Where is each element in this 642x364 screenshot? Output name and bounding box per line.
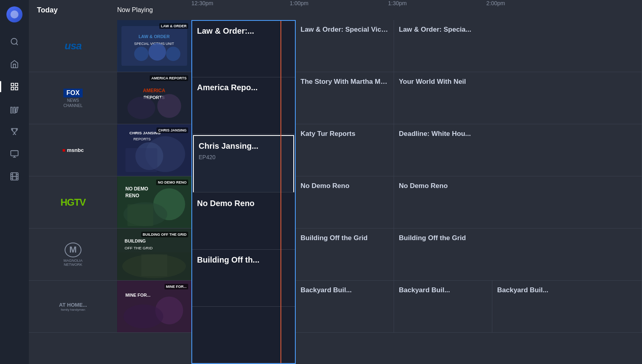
library-icon: [10, 105, 19, 113]
overlay-msnbc-program[interactable]: Chris Jansing... EP420: [193, 135, 294, 192]
timeline-grid: Law & Order:... America Repo... Chris Ja…: [191, 20, 642, 364]
thumbnail-usa[interactable]: LAW & ORDER SPECIAL VICTIMS UNIT LAW & O…: [117, 20, 191, 72]
sidebar-item-home[interactable]: [5, 55, 24, 74]
thumbnail-magnolia[interactable]: BUILDING OFF THE GRID BUILDING OFF THE G…: [117, 229, 191, 281]
msnbc-program-title: Chris Jansing...: [199, 142, 288, 151]
sidebar-item-sports[interactable]: [5, 122, 24, 141]
svg-point-26: [148, 43, 166, 61]
magnolia-thumb-label: BUILDING OFF THE GRID: [141, 232, 189, 237]
msnbc-p2-title: Deadline: White Hou...: [399, 130, 471, 138]
svg-rect-10: [11, 151, 18, 156]
svg-text:AMERICA: AMERICA: [143, 88, 165, 93]
svg-text:REPORTS: REPORTS: [133, 137, 150, 141]
msnbc-logo: ■ msnbc: [62, 147, 83, 153]
fox-p2-title: Your World With Neil: [399, 78, 466, 86]
overlay-hgtv-program[interactable]: No Demo Reno: [192, 193, 295, 250]
sidebar: [0, 0, 29, 364]
logo-inner: [10, 10, 18, 18]
svg-text:RENO: RENO: [126, 193, 139, 198]
svg-text:CHRIS JANSING: CHRIS JANSING: [129, 131, 160, 135]
hgtv-program-2[interactable]: No Demo Reno: [394, 176, 642, 228]
msnbc-program-episode: EP420: [199, 154, 288, 160]
overlay-fox-program[interactable]: America Repo...: [192, 77, 295, 134]
svg-text:BUILDING: BUILDING: [125, 239, 146, 243]
svg-marker-8: [15, 107, 18, 112]
svg-rect-2: [11, 83, 14, 86]
svg-text:MINE FOR...: MINE FOR...: [126, 293, 150, 297]
svg-text:OFF THE GRID: OFF THE GRID: [125, 246, 153, 250]
content-area: usa FOX NEWS CHANNEL ■ msnbc HGTV: [29, 20, 642, 364]
channel-row-athome[interactable]: AT HOME... family handyman: [29, 281, 117, 333]
thumbnail-hgtv[interactable]: NO DEMO RENO NO DEMO RENO: [117, 176, 191, 229]
svg-rect-40: [126, 148, 157, 172]
svg-text:NO DEMO: NO DEMO: [126, 186, 148, 192]
msnbc-program-2[interactable]: Deadline: White Hou...: [394, 124, 642, 176]
now-playing-column: LAW & ORDER SPECIAL VICTIMS UNIT LAW & O…: [117, 20, 191, 364]
thumbnail-foxnews[interactable]: AMERICA REPORTS AMERICA REPORTS: [117, 72, 191, 124]
hgtv-p2-title: No Demo Reno: [399, 182, 448, 190]
magnolia-program-2[interactable]: Building Off the Grid: [394, 229, 642, 280]
fox-program-2[interactable]: Your World With Neil: [394, 72, 642, 124]
time-label-100: 1:00pm: [290, 0, 309, 6]
athome-program-1[interactable]: Backyard Buil...: [296, 281, 394, 332]
now-playing-overlay: Law & Order:... America Repo... Chris Ja…: [191, 20, 296, 364]
hgtv-program-1[interactable]: No Demo Reno: [296, 176, 394, 228]
channel-row-foxnews[interactable]: FOX NEWS CHANNEL: [29, 72, 117, 124]
svg-point-32: [157, 94, 181, 118]
overlay-athome-program[interactable]: [192, 307, 295, 363]
timeline-header: Today Now Playing 12:30pm 1:00pm 1:30pm …: [29, 0, 642, 20]
thumbnail-athome[interactable]: MINE FOR... MINE FOR...: [117, 281, 191, 333]
usa-program-2[interactable]: Law & Order: Specia...: [394, 20, 642, 72]
channel-row-msnbc[interactable]: ■ msnbc: [29, 124, 117, 176]
athome-program-3[interactable]: Backyard Buil...: [492, 281, 642, 332]
app-logo[interactable]: [6, 6, 22, 22]
svg-point-0: [11, 38, 17, 44]
thumbnail-msnbc[interactable]: CHRIS JANSING REPORTS CHRIS JANSING: [117, 124, 191, 176]
magnolia-logo: M MAGNOLIANETWORK: [63, 243, 83, 267]
sidebar-item-movies[interactable]: [5, 167, 24, 186]
fox-program-1[interactable]: The Story With Martha MacCallum: [296, 72, 394, 124]
usa-program-1[interactable]: Law & Order: Special Victims Unit: [296, 20, 394, 72]
athome-p2-title: Backyard Buil...: [399, 286, 450, 294]
hgtv-program-title: No Demo Reno: [197, 199, 290, 208]
overlay-usa-program[interactable]: Law & Order:...: [192, 21, 295, 77]
fox-thumb-label: AMERICA REPORTS: [150, 75, 188, 81]
usa-p1-title: Law & Order: Special Victims Unit: [301, 26, 389, 34]
athome-program-2[interactable]: Backyard Buil...: [394, 281, 492, 332]
film-icon: [10, 172, 19, 181]
sidebar-item-guide[interactable]: [5, 77, 24, 96]
main-content: Today Now Playing 12:30pm 1:00pm 1:30pm …: [29, 0, 642, 364]
sidebar-item-library[interactable]: [5, 99, 24, 119]
channels-column: usa FOX NEWS CHANNEL ■ msnbc HGTV: [29, 20, 117, 364]
magnolia-p1-title: Building Off the Grid: [301, 234, 368, 242]
play-icon: [10, 150, 19, 158]
svg-point-33: [128, 97, 155, 119]
usa-logo: usa: [65, 40, 81, 52]
svg-rect-5: [15, 87, 18, 90]
time-slots: 12:30pm 1:00pm 1:30pm 2:00pm: [191, 0, 642, 20]
sidebar-item-ondemand[interactable]: [5, 144, 24, 164]
channel-row-usa[interactable]: usa: [29, 20, 117, 72]
hgtv-p1-title: No Demo Reno: [301, 182, 349, 190]
msnbc-program-1[interactable]: Katy Tur Reports: [296, 124, 394, 176]
hgtv-logo: HGTV: [61, 197, 86, 208]
channel-row-hgtv[interactable]: HGTV: [29, 176, 117, 229]
magnolia-program-title: Building Off th...: [197, 255, 290, 265]
sidebar-item-search[interactable]: [5, 32, 24, 51]
time-label-200: 2:00pm: [486, 0, 505, 6]
fox-p1-title: The Story With Martha MacCallum: [301, 78, 389, 86]
overlay-magnolia-program[interactable]: Building Off th...: [192, 250, 295, 306]
time-label-1230: 12:30pm: [191, 0, 213, 6]
svg-rect-3: [15, 83, 18, 86]
svg-point-25: [134, 47, 148, 61]
channel-row-magnolia[interactable]: M MAGNOLIANETWORK: [29, 229, 117, 281]
time-indicator-overlay: [280, 21, 281, 363]
foxnews-logo: FOX NEWS CHANNEL: [63, 89, 83, 108]
svg-rect-54: [141, 255, 167, 277]
now-playing-label: Now Playing: [117, 6, 191, 14]
magnolia-program-1[interactable]: Building Off the Grid: [296, 229, 394, 280]
svg-rect-47: [128, 204, 154, 226]
home-icon: [10, 60, 19, 69]
athome-logo: AT HOME... family handyman: [59, 302, 87, 311]
svg-rect-4: [11, 87, 14, 90]
